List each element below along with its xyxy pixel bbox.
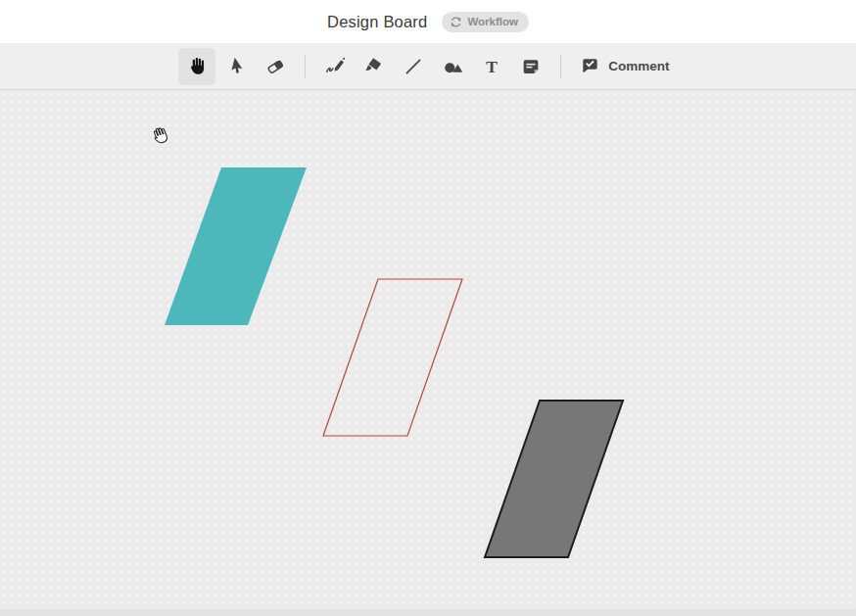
comment-button-label: Comment: [608, 59, 669, 73]
select-tool-button[interactable]: [217, 48, 255, 85]
hand-icon: [186, 55, 209, 77]
svg-text:T: T: [487, 57, 499, 76]
text-icon: T: [481, 56, 502, 77]
highlighter-icon: [363, 55, 386, 77]
workflow-cycle-icon: [450, 16, 462, 28]
canvas[interactable]: [0, 90, 856, 616]
page-title: Design Board: [327, 13, 427, 31]
pen-tool-button[interactable]: [316, 48, 354, 85]
comment-button[interactable]: Comment: [572, 48, 677, 85]
workflow-badge[interactable]: Workflow: [442, 12, 529, 32]
eraser-icon: [264, 56, 286, 77]
shapes-icon: [442, 55, 464, 77]
text-tool-button[interactable]: T: [473, 48, 510, 85]
hand-tool-button[interactable]: [178, 48, 215, 85]
note-tool-button[interactable]: [512, 48, 549, 85]
shapes-tool-button[interactable]: [434, 48, 471, 85]
toolbar-separator: [305, 55, 306, 78]
toolbar-separator: [560, 55, 561, 78]
highlighter-tool-button[interactable]: [356, 48, 393, 85]
cursor-icon: [225, 56, 247, 77]
design-board-app: { "header": { "title": "Design Board", "…: [0, 0, 856, 616]
workflow-badge-label: Workflow: [467, 16, 518, 27]
eraser-tool-button[interactable]: [257, 48, 294, 85]
header: Design Board Workflow: [0, 0, 856, 43]
comment-icon: [580, 56, 600, 76]
line-icon: [403, 56, 424, 77]
line-tool-button[interactable]: [395, 48, 432, 85]
canvas-bottom-edge: [0, 609, 856, 616]
toolbar: T Comment: [0, 43, 856, 90]
note-icon: [520, 56, 542, 77]
pen-icon: [324, 55, 347, 77]
